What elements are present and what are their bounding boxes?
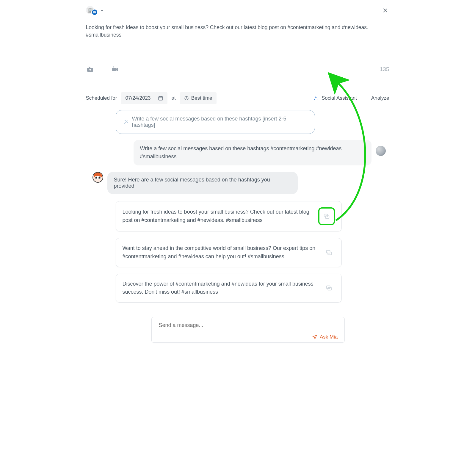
paper-plane-icon	[312, 334, 317, 340]
chevron-down-icon	[100, 8, 104, 13]
svg-point-15	[125, 120, 126, 121]
svg-point-12	[317, 99, 318, 99]
ask-mia-button[interactable]: Ask Mia	[312, 334, 338, 340]
character-count: 135	[380, 66, 389, 73]
svg-point-14	[127, 122, 127, 123]
prompt-suggestion-text: Write a few social messages based on the…	[132, 116, 308, 128]
suggestion-card: Discover the power of #contentmarketing …	[116, 274, 342, 303]
send-message-input[interactable]	[158, 322, 338, 329]
svg-marker-5	[116, 68, 118, 71]
suggestion-card: Want to stay ahead in the competitive wo…	[116, 238, 342, 267]
svg-text:+: +	[88, 66, 90, 68]
svg-point-13	[314, 99, 315, 100]
chat-bubbles-icon	[326, 285, 332, 291]
suggestion-text: Want to stay ahead in the competitive wo…	[123, 244, 318, 261]
suggestion-text: Looking for fresh ideas to boost your sm…	[123, 208, 313, 225]
chat-bubbles-icon	[323, 213, 330, 220]
wand-icon	[123, 119, 128, 125]
linkedin-badge: in	[91, 9, 98, 15]
user-avatar	[376, 146, 386, 156]
suggestion-text: Discover the power of #contentmarketing …	[123, 280, 318, 297]
clock-icon	[184, 96, 189, 101]
social-assistant-link[interactable]: Social Assistant	[313, 95, 357, 101]
assistant-chat: Write a few social messages based on the…	[86, 110, 389, 343]
suggestion-card: Looking for fresh ideas to boost your sm…	[116, 201, 342, 231]
analyze-link[interactable]: Analyze	[371, 95, 389, 101]
chat-bubbles-icon	[326, 249, 332, 256]
at-label: at	[172, 95, 176, 101]
svg-rect-7	[159, 97, 163, 100]
close-button[interactable]	[381, 6, 389, 15]
svg-text:+: +	[113, 66, 115, 68]
svg-point-2	[89, 69, 91, 71]
add-photo-button[interactable]: +	[86, 66, 94, 73]
prompt-suggestion-pill[interactable]: Write a few social messages based on the…	[116, 110, 315, 134]
composer-text[interactable]: Looking for fresh ideas to boost your sm…	[86, 24, 389, 39]
use-suggestion-button[interactable]	[323, 282, 335, 294]
schedule-date-picker[interactable]: 07/24/2023	[121, 92, 167, 104]
user-message: Write a few social messages based on the…	[134, 140, 371, 165]
schedule-time-value: Best time	[191, 95, 212, 101]
add-video-button[interactable]: +	[111, 66, 119, 73]
use-suggestion-button[interactable]	[323, 247, 335, 259]
send-message-box: Ask Mia	[151, 317, 345, 343]
use-suggestion-button[interactable]	[318, 207, 335, 225]
account-selector[interactable]: 🏢 in	[86, 6, 104, 15]
assistant-avatar	[93, 172, 103, 183]
scheduled-for-label: Scheduled for	[86, 95, 117, 101]
schedule-date-value: 07/24/2023	[125, 95, 151, 101]
schedule-time-picker[interactable]: Best time	[180, 92, 217, 104]
assistant-message: Sure! Here are a few social messages bas…	[107, 172, 298, 194]
sparkle-icon	[313, 95, 319, 101]
calendar-icon	[158, 95, 163, 101]
